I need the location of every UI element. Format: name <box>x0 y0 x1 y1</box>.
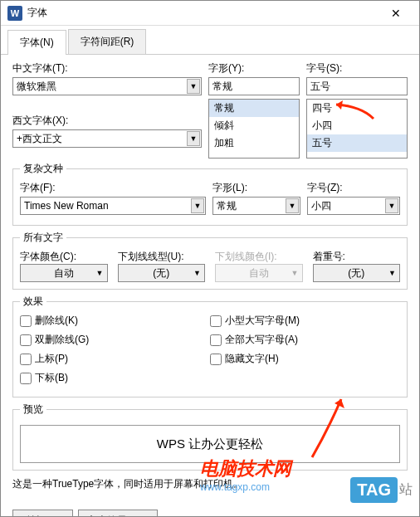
chevron-down-icon: ▼ <box>291 269 299 277</box>
list-item[interactable]: 四号 <box>307 100 407 117</box>
complex-legend: 复杂文种 <box>20 162 66 176</box>
hidden-checkbox[interactable]: 隐藏文字(H) <box>210 352 400 366</box>
list-item[interactable]: 常规 <box>209 100 299 117</box>
dstrike-checkbox[interactable]: 双删除线(G) <box>20 333 210 347</box>
super-checkbox[interactable]: 上标(P) <box>20 352 210 366</box>
style-listbox[interactable]: 常规 倾斜 加粗 <box>208 99 300 159</box>
list-item[interactable]: 小四 <box>307 117 407 134</box>
complex-style-input[interactable] <box>212 197 300 215</box>
style-input[interactable] <box>208 77 300 95</box>
tab-font[interactable]: 字体(N) <box>7 30 66 55</box>
close-button[interactable]: ✕ <box>379 1 413 26</box>
size-label: 字号(S): <box>306 61 408 76</box>
complex-size-input[interactable] <box>307 197 400 215</box>
app-icon: W <box>7 6 22 21</box>
underline-label: 下划线线型(U): <box>118 251 184 262</box>
effects-legend: 效果 <box>20 295 46 309</box>
complex-size-label: 字号(Z): <box>307 181 400 195</box>
window-title: 字体 <box>27 6 379 20</box>
strike-checkbox[interactable]: 删除线(K) <box>20 314 210 328</box>
alltext-legend: 所有文字 <box>20 231 66 245</box>
color-label: 字体颜色(C): <box>20 251 76 262</box>
preview-legend: 预览 <box>20 402 46 417</box>
chevron-down-icon: ▼ <box>193 269 201 277</box>
smallcaps-checkbox[interactable]: 小型大写字母(M) <box>210 314 400 328</box>
western-font-input[interactable] <box>12 129 202 148</box>
color-dropdown[interactable]: 自动▼ <box>20 264 108 282</box>
default-button[interactable]: 默认(D)... <box>12 510 73 517</box>
size-listbox[interactable]: 四号 小四 五号 <box>306 99 408 159</box>
cn-font-label: 中文字体(T): <box>12 61 202 76</box>
preview-box: WPS 让办公更轻松 <box>20 425 400 463</box>
list-item[interactable]: 加粗 <box>209 134 299 152</box>
allcaps-checkbox[interactable]: 全部大写字母(A) <box>210 333 400 347</box>
chevron-down-icon: ▼ <box>96 269 104 277</box>
sub-checkbox[interactable]: 下标(B) <box>20 371 210 385</box>
texteffect-button[interactable]: 文本效果(E)... <box>78 510 158 517</box>
list-item[interactable]: 五号 <box>307 134 407 152</box>
complex-style-label: 字形(L): <box>212 181 300 195</box>
emphasis-label: 着重号: <box>313 251 345 262</box>
ulcolor-label: 下划线颜色(I): <box>215 251 277 262</box>
western-font-label: 西文字体(X): <box>12 114 202 128</box>
underline-dropdown[interactable]: (无)▼ <box>118 264 206 282</box>
list-item[interactable]: 倾斜 <box>209 117 299 134</box>
ulcolor-dropdown: 自动▼ <box>215 264 303 282</box>
preview-note: 这是一种TrueType字体，同时适用于屏幕和打印机。 <box>12 477 408 491</box>
chevron-down-icon: ▼ <box>388 269 396 277</box>
cn-font-input[interactable] <box>12 77 202 95</box>
complex-font-label: 字体(F): <box>20 181 206 195</box>
size-input[interactable] <box>306 77 408 95</box>
emphasis-dropdown[interactable]: (无)▼ <box>313 264 401 282</box>
style-label: 字形(Y): <box>208 61 300 76</box>
complex-font-input[interactable] <box>20 197 206 215</box>
tab-spacing[interactable]: 字符间距(R) <box>68 29 147 54</box>
